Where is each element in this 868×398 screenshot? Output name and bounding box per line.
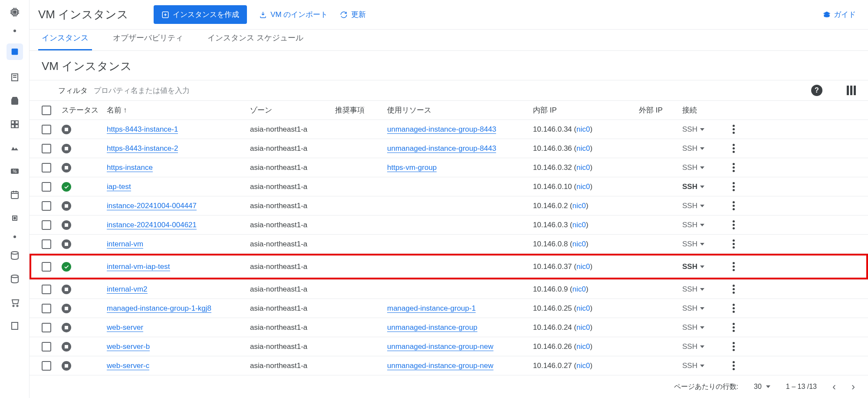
ssh-button[interactable]: SSH xyxy=(682,182,726,191)
row-checkbox[interactable] xyxy=(42,342,51,352)
nav-item-percent[interactable]: % xyxy=(9,165,21,177)
row-actions-menu[interactable] xyxy=(733,285,735,294)
instance-name-link[interactable]: internal-vm2 xyxy=(107,285,148,294)
instance-name-link[interactable]: web-server-c xyxy=(107,362,149,370)
instance-name-link[interactable]: web-server xyxy=(107,323,143,332)
nav-item-storage2[interactable] xyxy=(9,273,21,285)
nic-link[interactable]: nic0 xyxy=(576,262,590,271)
row-actions-menu[interactable] xyxy=(733,163,735,172)
ssh-button[interactable]: SSH xyxy=(682,163,726,172)
row-actions-menu[interactable] xyxy=(733,361,735,370)
resource-link[interactable]: unmanaged-instance-group xyxy=(387,323,477,332)
row-checkbox[interactable] xyxy=(42,361,51,371)
resource-link[interactable]: unmanaged-instance-group-8443 xyxy=(387,125,496,134)
col-name[interactable]: 名前↑ xyxy=(107,105,250,115)
nav-item-vm-instances[interactable] xyxy=(7,43,23,60)
resource-link[interactable]: unmanaged-instance-group-8443 xyxy=(387,144,496,153)
nic-link[interactable]: nic0 xyxy=(576,182,590,191)
row-checkbox[interactable] xyxy=(42,182,51,192)
nic-link[interactable]: nic0 xyxy=(576,362,590,370)
refresh-button[interactable]: 更新 xyxy=(340,10,366,20)
col-internal-ip[interactable]: 内部 IP xyxy=(533,105,639,115)
instance-name-link[interactable]: https-8443-instance-2 xyxy=(107,144,178,153)
nav-item-templates[interactable] xyxy=(9,71,21,83)
row-checkbox[interactable] xyxy=(42,125,51,134)
instance-name-link[interactable]: iap-test xyxy=(107,182,131,191)
ssh-button[interactable]: SSH xyxy=(682,240,726,249)
ssh-button[interactable]: SSH xyxy=(682,202,726,210)
guide-link[interactable]: ガイド xyxy=(822,10,856,20)
create-instance-button[interactable]: インスタンスを作成 xyxy=(154,5,247,24)
nic-link[interactable]: nic0 xyxy=(576,125,590,133)
row-checkbox[interactable] xyxy=(42,262,51,272)
nav-item-chip[interactable] xyxy=(9,212,21,224)
nav-item-migrate[interactable] xyxy=(9,142,21,154)
instance-name-link[interactable]: instance-20241004-004621 xyxy=(107,221,197,229)
ssh-button[interactable]: SSH xyxy=(682,125,726,134)
col-recommendation[interactable]: 推奨事項 xyxy=(335,105,387,115)
rows-per-page-select[interactable]: 30 xyxy=(754,383,770,391)
ssh-button[interactable]: SSH xyxy=(682,342,726,351)
row-actions-menu[interactable] xyxy=(733,262,735,271)
row-actions-menu[interactable] xyxy=(733,239,735,249)
help-icon[interactable]: ? xyxy=(811,85,822,96)
ssh-button[interactable]: SSH xyxy=(682,304,726,313)
instance-name-link[interactable]: instance-20241004-004447 xyxy=(107,202,197,210)
import-vm-button[interactable]: VM のインポート xyxy=(259,10,328,20)
nic-link[interactable]: nic0 xyxy=(576,323,590,332)
ssh-button[interactable]: SSH xyxy=(682,323,726,332)
nav-item-disk[interactable] xyxy=(9,95,21,107)
row-checkbox[interactable] xyxy=(42,220,51,230)
nav-item-schedule[interactable] xyxy=(9,189,21,201)
compute-engine-icon[interactable] xyxy=(9,6,21,18)
nav-item-nodes[interactable] xyxy=(9,118,21,130)
next-page-button[interactable]: › xyxy=(852,381,855,393)
filter-input[interactable]: プロパティ名または値を入力 xyxy=(94,86,805,96)
ssh-button[interactable]: SSH xyxy=(682,221,726,229)
instance-name-link[interactable]: web-server-b xyxy=(107,342,150,351)
select-all-checkbox[interactable] xyxy=(42,106,51,115)
row-actions-menu[interactable] xyxy=(733,125,735,134)
columns-icon[interactable] xyxy=(847,86,856,95)
tab-0[interactable]: インスタンス xyxy=(38,33,92,50)
row-actions-menu[interactable] xyxy=(733,304,735,313)
col-status[interactable]: ステータス xyxy=(62,105,107,115)
instance-name-link[interactable]: internal-vm-iap-test xyxy=(107,262,170,271)
nic-link[interactable]: nic0 xyxy=(572,221,586,229)
instance-name-link[interactable]: https-instance xyxy=(107,163,153,172)
nic-link[interactable]: nic0 xyxy=(576,342,590,351)
row-actions-menu[interactable] xyxy=(733,220,735,229)
tab-2[interactable]: インスタンス スケジュール xyxy=(204,33,307,50)
nic-link[interactable]: nic0 xyxy=(572,202,586,210)
row-checkbox[interactable] xyxy=(42,323,51,332)
row-checkbox[interactable] xyxy=(42,201,51,211)
prev-page-button[interactable]: ‹ xyxy=(832,381,836,393)
row-checkbox[interactable] xyxy=(42,163,51,172)
col-external-ip[interactable]: 外部 IP xyxy=(639,105,682,115)
tab-1[interactable]: オブザーバビリティ xyxy=(109,33,187,50)
row-checkbox[interactable] xyxy=(42,304,51,313)
nav-item-storage1[interactable] xyxy=(9,249,21,262)
row-checkbox[interactable] xyxy=(42,144,51,153)
nic-link[interactable]: nic0 xyxy=(576,144,590,153)
row-checkbox[interactable] xyxy=(42,239,51,249)
ssh-button[interactable]: SSH xyxy=(682,262,726,271)
resource-link[interactable]: https-vm-group xyxy=(387,163,437,172)
instance-name-link[interactable]: https-8443-instance-1 xyxy=(107,125,178,134)
col-zone[interactable]: ゾーン xyxy=(250,105,335,115)
resource-link[interactable]: unmanaged-instance-group-new xyxy=(387,362,493,370)
row-actions-menu[interactable] xyxy=(733,144,735,153)
instance-name-link[interactable]: managed-instance-group-1-kgj8 xyxy=(107,304,211,313)
row-actions-menu[interactable] xyxy=(733,323,735,332)
ssh-button[interactable]: SSH xyxy=(682,285,726,294)
nav-item-last[interactable] xyxy=(9,320,21,332)
nic-link[interactable]: nic0 xyxy=(572,285,586,293)
row-actions-menu[interactable] xyxy=(733,182,735,191)
nav-item-cart[interactable] xyxy=(9,296,21,308)
row-checkbox[interactable] xyxy=(42,285,51,294)
col-connect[interactable]: 接続 xyxy=(682,105,726,115)
col-resource[interactable]: 使用リソース xyxy=(387,105,533,115)
ssh-button[interactable]: SSH xyxy=(682,144,726,153)
nic-link[interactable]: nic0 xyxy=(576,163,590,172)
row-actions-menu[interactable] xyxy=(733,342,735,351)
